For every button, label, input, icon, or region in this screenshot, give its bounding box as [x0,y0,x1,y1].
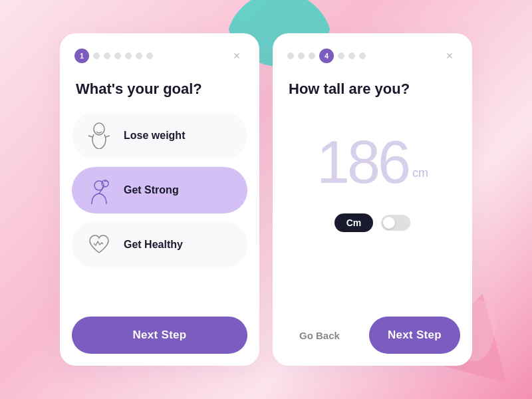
card-goal: 1 × What's your goal? [60,33,259,366]
card1-next-button[interactable]: Next Step [72,317,247,354]
card1-close-button[interactable]: × [229,48,245,64]
get-healthy-label: Get Healthy [124,239,183,251]
card2-title: How tall are you? [273,64,472,106]
height-unit: cm [412,166,428,180]
get-strong-icon [85,176,113,204]
unit-switch-track[interactable] [381,215,410,231]
card2-header: 4 × [273,33,472,64]
height-display: 186 cm [285,112,460,199]
card1-step-dot-1: 1 [74,49,89,63]
card1-dot-7 [146,53,153,59]
card2-dot-1 [287,53,294,59]
card1-title: What's your goal? [60,64,259,106]
card1-dot-6 [136,53,142,59]
option-get-strong[interactable]: Get Strong [72,167,247,213]
lose-weight-icon [85,122,113,150]
get-healthy-icon [85,231,113,259]
card2-dot-7 [359,53,366,59]
svg-line-1 [88,136,92,137]
card2-next-button[interactable]: Next Step [369,317,460,354]
card-height: 4 × How tall are you? 186 cm Cm Go Back … [273,33,472,366]
option-lose-weight[interactable]: Lose weight [72,112,247,159]
card2-footer-row: Go Back Next Step [285,317,460,354]
unit-switch-thumb [383,217,395,229]
card2-footer: Go Back Next Step [273,307,472,366]
card1-dot-2 [93,53,100,59]
card2-body: 186 cm Cm [273,106,472,307]
height-value: 186 [317,132,408,192]
svg-line-2 [106,136,110,137]
lose-weight-label: Lose weight [124,130,185,142]
cards-container: 1 × What's your goal? [60,33,472,366]
card1-dot-5 [125,53,132,59]
get-strong-label: Get Strong [124,184,179,196]
option-get-healthy[interactable]: Get Healthy [72,221,247,268]
card2-dot-3 [309,53,315,59]
card1-options: Lose weight Get Strong [60,106,259,307]
card1-footer: Next Step [60,307,259,366]
card1-dot-4 [114,53,121,59]
card2-back-button[interactable]: Go Back [285,318,354,353]
card2-dot-2 [298,53,305,59]
card2-close-button[interactable]: × [442,48,458,64]
unit-cm-toggle[interactable]: Cm [334,213,374,232]
card1-dot-3 [104,53,110,59]
card2-dot-5 [338,53,344,59]
card2-dot-6 [348,53,355,59]
unit-toggle: Cm [285,213,460,232]
card1-header: 1 × [60,33,259,64]
card2-step-dot-4: 4 [319,49,334,63]
